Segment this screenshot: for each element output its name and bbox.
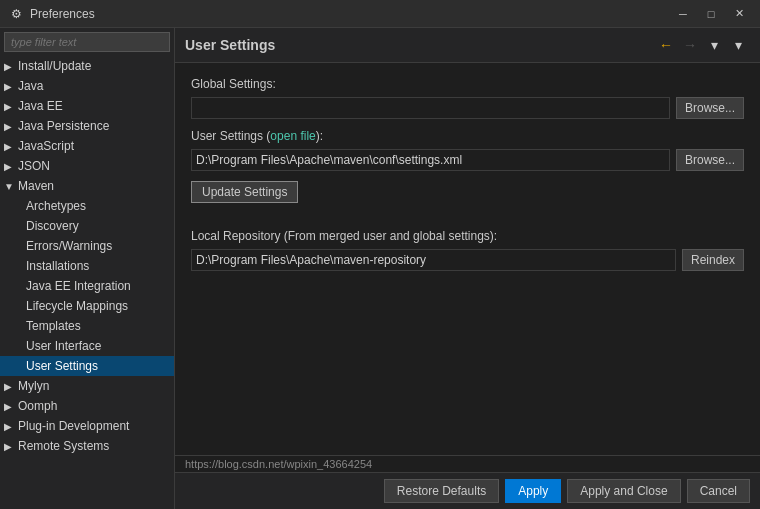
sidebar-item-install-update[interactable]: ▶ Install/Update [0,56,174,76]
sidebar-item-remote-systems[interactable]: ▶ Remote Systems [0,436,174,456]
user-settings-row: Browse... [191,149,744,171]
sidebar-item-templates[interactable]: Templates [0,316,174,336]
sidebar-item-errors-warnings[interactable]: Errors/Warnings [0,236,174,256]
content-area: User Settings ← → ▾ ▾ Global Settings: B… [175,28,760,509]
expand-arrow: ▶ [4,121,18,132]
title-bar: ⚙ Preferences ─ □ ✕ [0,0,760,28]
window-title: Preferences [30,7,670,21]
content-header: User Settings ← → ▾ ▾ [175,28,760,63]
sidebar-item-mylyn[interactable]: ▶ Mylyn [0,376,174,396]
sidebar-item-lifecycle-mappings[interactable]: Lifecycle Mappings [0,296,174,316]
sidebar-item-label: Java [18,79,43,93]
user-settings-label-text: User Settings ( [191,129,270,143]
nav-menu-button[interactable]: ▾ [726,34,750,56]
sidebar-item-label: Archetypes [26,199,86,213]
sidebar-item-user-settings[interactable]: User Settings [0,356,174,376]
sidebar-item-json[interactable]: ▶ JSON [0,156,174,176]
minimize-button[interactable]: ─ [670,4,696,24]
user-settings-input[interactable] [191,149,670,171]
user-settings-label: User Settings (open file): [191,129,744,143]
sidebar-item-javascript[interactable]: ▶ JavaScript [0,136,174,156]
sidebar-item-java-persistence[interactable]: ▶ Java Persistence [0,116,174,136]
local-repo-input[interactable] [191,249,676,271]
sidebar-item-label: JavaScript [18,139,74,153]
apply-button[interactable]: Apply [505,479,561,503]
main-container: ▶ Install/Update ▶ Java ▶ Java EE ▶ Java… [0,28,760,509]
url-bar: https://blog.csdn.net/wpixin_43664254 [175,456,760,473]
window-controls: ─ □ ✕ [670,4,752,24]
sidebar-item-label: User Interface [26,339,101,353]
footer-buttons: Restore Defaults Apply Apply and Close C… [175,473,760,509]
sidebar-item-label: Install/Update [18,59,91,73]
global-settings-label: Global Settings: [191,77,744,91]
apply-and-close-button[interactable]: Apply and Close [567,479,680,503]
sidebar-item-label: Remote Systems [18,439,109,453]
sidebar-item-discovery[interactable]: Discovery [0,216,174,236]
sidebar-item-user-interface[interactable]: User Interface [0,336,174,356]
sidebar-item-label: User Settings [26,359,98,373]
preferences-icon: ⚙ [8,6,24,22]
expand-arrow: ▶ [4,161,18,172]
sidebar: ▶ Install/Update ▶ Java ▶ Java EE ▶ Java… [0,28,175,509]
forward-button[interactable]: → [678,34,702,56]
nav-dropdown-button[interactable]: ▾ [702,34,726,56]
expand-arrow: ▼ [4,181,18,192]
open-file-link[interactable]: open file [270,129,315,143]
reindex-button[interactable]: Reindex [682,249,744,271]
expand-arrow: ▶ [4,101,18,112]
user-settings-label-end: ): [316,129,323,143]
sidebar-item-label: Java EE [18,99,63,113]
local-repo-row: Reindex [191,249,744,271]
maximize-button[interactable]: □ [698,4,724,24]
expand-arrow: ▶ [4,421,18,432]
sidebar-item-java-ee[interactable]: ▶ Java EE [0,96,174,116]
content-footer: https://blog.csdn.net/wpixin_43664254 Re… [175,455,760,509]
sidebar-item-java[interactable]: ▶ Java [0,76,174,96]
sidebar-item-label: Java Persistence [18,119,109,133]
sidebar-item-plugin-development[interactable]: ▶ Plug-in Development [0,416,174,436]
sidebar-item-installations[interactable]: Installations [0,256,174,276]
global-settings-row: Browse... [191,97,744,119]
update-settings-button[interactable]: Update Settings [191,181,298,203]
sidebar-item-label: Maven [18,179,54,193]
expand-arrow: ▶ [4,81,18,92]
local-repo-label: Local Repository (From merged user and g… [191,229,744,243]
sidebar-item-label: Errors/Warnings [26,239,112,253]
sidebar-item-label: Lifecycle Mappings [26,299,128,313]
filter-input[interactable] [4,32,170,52]
close-button[interactable]: ✕ [726,4,752,24]
sidebar-item-maven[interactable]: ▼ Maven [0,176,174,196]
sidebar-item-label: Java EE Integration [26,279,131,293]
content-body: Global Settings: Browse... User Settings… [175,63,760,455]
sidebar-item-oomph[interactable]: ▶ Oomph [0,396,174,416]
sidebar-item-java-ee-integration[interactable]: Java EE Integration [0,276,174,296]
expand-arrow: ▶ [4,141,18,152]
sidebar-item-label: Installations [26,259,89,273]
back-button[interactable]: ← [654,34,678,56]
user-settings-browse-button[interactable]: Browse... [676,149,744,171]
sidebar-item-label: Templates [26,319,81,333]
sidebar-item-label: Discovery [26,219,79,233]
expand-arrow: ▶ [4,441,18,452]
sidebar-item-label: Mylyn [18,379,49,393]
sidebar-item-label: Oomph [18,399,57,413]
sidebar-item-archetypes[interactable]: Archetypes [0,196,174,216]
expand-arrow: ▶ [4,61,18,72]
expand-arrow: ▶ [4,401,18,412]
page-title: User Settings [185,37,654,53]
cancel-button[interactable]: Cancel [687,479,750,503]
global-settings-browse-button[interactable]: Browse... [676,97,744,119]
global-settings-input[interactable] [191,97,670,119]
restore-defaults-button[interactable]: Restore Defaults [384,479,499,503]
sidebar-item-label: Plug-in Development [18,419,129,433]
expand-arrow: ▶ [4,381,18,392]
tree-container: ▶ Install/Update ▶ Java ▶ Java EE ▶ Java… [0,56,174,509]
sidebar-item-label: JSON [18,159,50,173]
